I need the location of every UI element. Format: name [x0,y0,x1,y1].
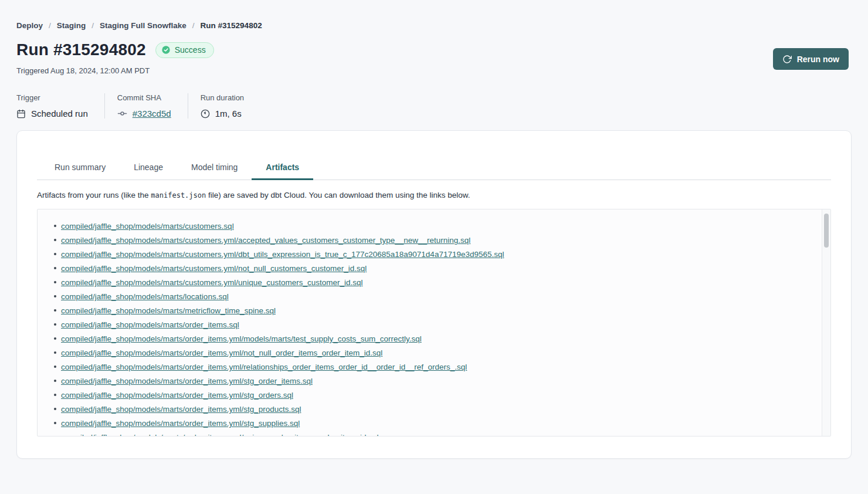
artifact-list-item: compiled/jaffle_shop/models/marts/custom… [38,261,819,275]
run-detail-page: Deploy / Staging / Staging Full Snowflak… [0,0,868,459]
artifact-link[interactable]: compiled/jaffle_shop/models/marts/order_… [61,348,382,357]
artifact-list: compiled/jaffle_shop/models/marts/custom… [38,209,830,437]
meta-duration-label: Run duration [201,93,244,102]
artifact-list-item: compiled/jaffle_shop/models/marts/order_… [38,430,819,437]
run-detail-card: Run summary Lineage Model timing Artifac… [16,130,852,459]
artifact-link[interactable]: compiled/jaffle_shop/models/marts/order_… [61,363,467,371]
artifact-list-item: compiled/jaffle_shop/models/marts/custom… [38,233,819,247]
artifact-list-item: compiled/jaffle_shop/models/marts/custom… [38,247,819,261]
breadcrumb-separator: / [192,21,195,30]
artifacts-description: Artifacts from your runs (like the manif… [37,191,831,199]
page-title: Run #315294802 [16,39,146,60]
calendar-icon [16,109,26,119]
breadcrumb-separator: / [49,21,51,30]
tab-artifacts[interactable]: Artifacts [252,157,313,180]
artifact-link[interactable]: compiled/jaffle_shop/models/marts/order_… [61,334,422,343]
scrollbar-thumb[interactable] [824,214,829,248]
clock-icon [201,109,210,119]
artifact-link[interactable]: compiled/jaffle_shop/models/marts/order_… [61,419,300,428]
meta-trigger: Trigger Scheduled run [16,93,104,119]
artifact-list-item: compiled/jaffle_shop/models/marts/custom… [38,219,819,233]
artifact-link[interactable]: compiled/jaffle_shop/models/marts/custom… [61,278,362,287]
triggered-timestamp: Triggered Aug 18, 2024, 12:00 AM PDT [16,66,852,75]
status-badge: Success [155,42,214,58]
breadcrumb-separator: / [91,21,94,30]
refresh-icon [782,55,792,64]
rerun-now-button[interactable]: Rerun now [773,48,849,70]
meta-trigger-label: Trigger [16,93,88,102]
artifact-list-item: compiled/jaffle_shop/models/marts/order_… [38,416,819,430]
artifact-link[interactable]: compiled/jaffle_shop/models/marts/custom… [61,236,470,245]
artifact-list-item: compiled/jaffle_shop/models/marts/custom… [38,275,819,289]
breadcrumb-item-staging[interactable]: Staging [57,21,86,30]
artifact-list-item: compiled/jaffle_shop/models/marts/order_… [38,402,819,416]
breadcrumb-item-job[interactable]: Staging Full Snowflake [100,21,187,30]
meta-trigger-value: Scheduled run [31,109,88,119]
tab-lineage[interactable]: Lineage [120,157,177,180]
git-commit-icon [117,109,127,119]
tab-run-summary[interactable]: Run summary [40,157,120,180]
artifact-link[interactable]: compiled/jaffle_shop/models/marts/order_… [61,391,293,400]
title-row: Run #315294802 Success [16,39,852,60]
meta-commit-label: Commit SHA [117,93,171,102]
artifact-link[interactable]: compiled/jaffle_shop/models/marts/custom… [61,250,504,259]
rerun-now-label: Rerun now [797,55,839,64]
artifact-list-item: compiled/jaffle_shop/models/marts/order_… [38,388,819,402]
artifact-link[interactable]: compiled/jaffle_shop/models/marts/order_… [61,405,301,414]
scrollbar-track[interactable] [822,209,830,436]
artifact-link[interactable]: compiled/jaffle_shop/models/marts/order_… [61,377,313,385]
artifact-list-item: compiled/jaffle_shop/models/marts/order_… [38,317,819,331]
tab-model-timing[interactable]: Model timing [177,157,252,180]
commit-sha-link[interactable]: #323cd5d [133,109,171,119]
artifact-link[interactable]: compiled/jaffle_shop/models/marts/custom… [61,264,367,273]
artifact-list-item: compiled/jaffle_shop/models/marts/locati… [38,289,819,303]
check-circle-icon [161,45,171,55]
breadcrumb: Deploy / Staging / Staging Full Snowflak… [16,0,852,30]
meta-duration-value: 1m, 6s [215,109,242,119]
breadcrumb-item-current-run: Run #315294802 [201,21,262,30]
artifact-link[interactable]: compiled/jaffle_shop/models/marts/order_… [61,433,379,437]
artifact-link[interactable]: compiled/jaffle_shop/models/marts/order_… [61,320,239,329]
breadcrumb-item-deploy[interactable]: Deploy [16,21,43,30]
artifact-link[interactable]: compiled/jaffle_shop/models/marts/metric… [61,306,276,315]
manifest-json-code: manifest.json [151,191,206,199]
run-meta-row: Trigger Scheduled run Commit SHA [16,93,852,119]
artifact-list-item: compiled/jaffle_shop/models/marts/order_… [38,346,819,360]
meta-commit: Commit SHA #323cd5d [104,93,188,119]
meta-duration: Run duration 1m, 6s [188,93,260,119]
artifact-list-item: compiled/jaffle_shop/models/marts/order_… [38,374,819,388]
tab-bar: Run summary Lineage Model timing Artifac… [37,131,831,180]
artifact-link[interactable]: compiled/jaffle_shop/models/marts/custom… [61,222,234,231]
artifact-list-item: compiled/jaffle_shop/models/marts/metric… [38,303,819,317]
artifact-list-item: compiled/jaffle_shop/models/marts/order_… [38,331,819,346]
artifact-link[interactable]: compiled/jaffle_shop/models/marts/locati… [61,292,229,301]
artifact-list-panel: compiled/jaffle_shop/models/marts/custom… [37,209,831,437]
artifact-list-item: compiled/jaffle_shop/models/marts/order_… [38,360,819,374]
status-badge-label: Success [175,45,206,55]
